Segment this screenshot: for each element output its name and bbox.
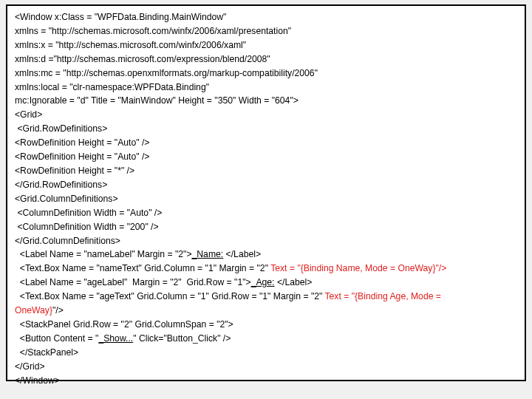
code-line: <Button Content = "_Show..." Click="Butt… xyxy=(15,332,517,346)
code-line: xmlns:mc = "http://schemas.openxmlformat… xyxy=(15,66,517,81)
button-suffix: " Click="Button_Click" /> xyxy=(133,333,231,344)
underline-text: _Show... xyxy=(98,333,133,344)
underline-text: _Age: xyxy=(251,277,275,287)
code-line: <RowDefinition Height = "Auto" /> xyxy=(15,150,517,164)
label-close: </Label> xyxy=(275,277,313,287)
code-line: <Grid.ColumnDefinitions> xyxy=(15,192,517,206)
code-line: xmlns = "http://schemas.microsoft.com/wi… xyxy=(15,24,517,38)
code-line: xmlns:x = "http://schemas.microsoft.com/… xyxy=(15,38,517,52)
binding-text: Text = "{Binding Age, Mode = xyxy=(324,291,440,301)
textbox-prefix: <Text.Box Name = "nameText" Grid.Column … xyxy=(15,263,270,273)
button-prefix: <Button Content = " xyxy=(15,333,98,344)
binding-text: Text = "{Binding Name, Mode = OneWay}"/> xyxy=(270,263,446,273)
code-line: </StackPanel> xyxy=(15,346,517,360)
textbox-prefix: <Text.Box Name = "ageText" Grid.Column =… xyxy=(15,291,324,301)
code-line: </Window> xyxy=(15,374,517,388)
underline-text: _Name: xyxy=(192,249,224,259)
binding-text: OneWay} xyxy=(15,305,52,316)
code-line: </Grid> xyxy=(15,360,517,374)
code-line: <Label Name = "nameLabel" Margin = "2">_… xyxy=(15,248,517,262)
code-line: <RowDefinition Height = "Auto" /> xyxy=(15,136,517,150)
code-line: mc:Ignorable = "d" Title = "MainWindow" … xyxy=(15,94,517,108)
code-line: <Grid> xyxy=(15,108,517,122)
code-line: <Text.Box Name = "nameText" Grid.Column … xyxy=(15,262,517,276)
code-line: <Text.Box Name = "ageText" Grid.Column =… xyxy=(15,290,517,304)
textbox-suffix: "/> xyxy=(52,305,64,316)
label-open: <Label Name = "ageLabel" Margin = "2" Gr… xyxy=(15,277,251,287)
code-box: <Window x:Class = "WPFData.Binding.MainW… xyxy=(6,4,526,381)
label-open: <Label Name = "nameLabel" Margin = "2"> xyxy=(15,249,192,259)
code-line: <Label Name = "ageLabel" Margin = "2" Gr… xyxy=(15,276,517,290)
code-line: <StackPanel Grid.Row = "2" Grid.ColumnSp… xyxy=(15,318,517,332)
code-line: OneWay}"/> xyxy=(15,304,517,318)
code-line: <ColumnDefinition Width = "Auto" /> xyxy=(15,206,517,220)
code-line: xmlns:d ="http://schemas.microsoft.com/e… xyxy=(15,52,517,66)
code-line: <Grid.RowDefinitions> xyxy=(15,122,517,136)
code-line: <ColumnDefinition Width = "200" /> xyxy=(15,220,517,234)
code-line: <RowDefinition Height = "*" /> xyxy=(15,164,517,178)
code-line: xmlns:local = "clr-namespace:WPFData.Bin… xyxy=(15,81,517,95)
label-close: </Label> xyxy=(223,249,261,259)
code-line: </Grid.ColumnDefinitions> xyxy=(15,234,517,248)
code-line: </Grid.RowDefinitions> xyxy=(15,178,517,192)
code-line: <Window x:Class = "WPFData.Binding.MainW… xyxy=(15,10,517,24)
